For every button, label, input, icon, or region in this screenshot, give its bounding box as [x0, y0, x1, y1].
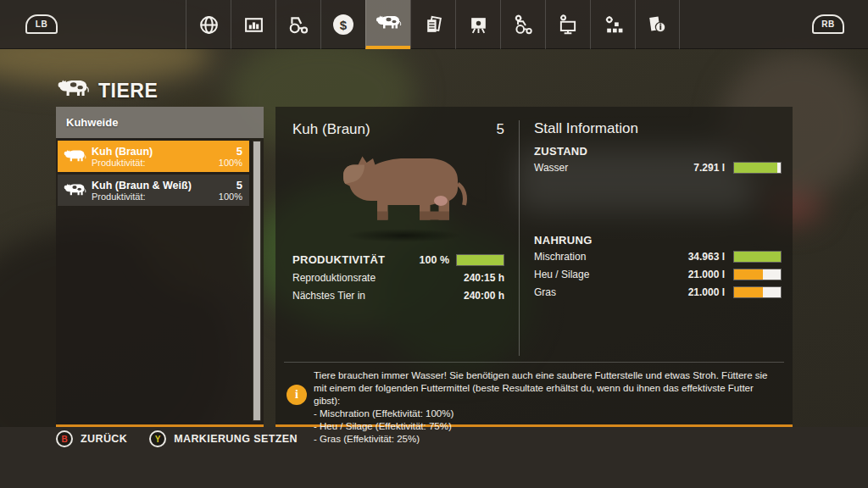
water-bar	[733, 162, 782, 174]
map-board-icon	[468, 14, 489, 36]
tab-help[interactable]	[635, 0, 680, 49]
row-value: 21.000 l	[623, 269, 725, 280]
tab-animals[interactable]	[365, 0, 410, 49]
animal-name: Kuh (Braun & Weiß)	[92, 180, 192, 191]
tab-statistics[interactable]	[231, 0, 275, 49]
contracts-icon	[423, 14, 444, 36]
productivity-value: 100%	[219, 191, 242, 202]
row-value: 240:00 h	[464, 290, 504, 302]
food-heading: NAHRUNG	[534, 234, 593, 247]
set-marker-button[interactable]: Y MARKIERUNG SETZEN	[149, 430, 298, 447]
list-item-kuh-braun-weiss[interactable]: Kuh (Braun & Weiß) 5 Produktivität: 100%	[58, 175, 249, 206]
row-label: Mischration	[534, 251, 623, 263]
help-info-icon	[647, 14, 668, 36]
tab-vehicle-service[interactable]	[500, 0, 545, 49]
button-hints: B ZURÜCK Y MARKIERUNG SETZEN	[56, 430, 298, 447]
info-icon: i	[287, 385, 307, 405]
animal-list: Kuh (Braun) 5 Produktivität: 100%	[56, 138, 264, 206]
row-label: Gras	[534, 286, 623, 298]
stall-info-title: Stall Information	[534, 120, 638, 137]
mixed-ration-row: Mischration 34.963 l	[534, 250, 782, 263]
cow-icon	[375, 14, 402, 32]
cow-shadow	[345, 229, 462, 242]
info-intro: Tiere brauchen immer Wasser! Sie benötig…	[314, 369, 779, 408]
detail-count: 5	[377, 121, 504, 138]
cow-icon	[56, 78, 90, 103]
productivity-bar	[456, 254, 504, 266]
animal-list-panel: Kuhweide Kuh (Braun) 5 Produktivität: 10	[56, 107, 264, 427]
info-item: - Gras (Effektivität: 25%)	[314, 433, 779, 446]
sidebar-scrollbar[interactable]	[253, 141, 261, 421]
tab-finances[interactable]: $	[320, 0, 365, 49]
tab-vehicles[interactable]	[275, 0, 320, 49]
productivity-label: Produktivität:	[92, 191, 146, 202]
grass-bar	[733, 286, 782, 298]
spotted-cow-icon	[63, 182, 92, 198]
tab-globe[interactable]	[186, 0, 231, 49]
hay-silage-row: Heu / Silage 21.000 l	[534, 268, 782, 280]
info-item: - Heu / Silage (Effektivität: 75%)	[314, 420, 779, 433]
back-label: ZURÜCK	[81, 433, 127, 445]
row-value: 7.291 l	[623, 162, 725, 174]
mixed-ration-bar	[733, 251, 782, 263]
vertical-divider	[519, 120, 520, 356]
row-label: Wasser	[534, 162, 623, 174]
productivity-label: Produktivität:	[92, 158, 146, 168]
productivity-value: 100%	[219, 158, 242, 168]
animal-detail-panel: Kuh (Braun) 5 PRODUKTIVITÄT 100 % Reprod…	[275, 107, 793, 427]
row-label: Heu / Silage	[534, 269, 623, 280]
row-value: 34.963 l	[623, 251, 725, 263]
right-bumper-hint[interactable]: RB	[812, 14, 844, 34]
brown-cow-image	[335, 147, 470, 237]
pasture-header: Kuhweide	[56, 107, 264, 138]
row-label: Reproduktionsrate	[292, 272, 376, 284]
tractor-icon	[287, 14, 309, 36]
water-row: Wasser 7.291 l	[534, 161, 782, 174]
tab-map-board[interactable]	[455, 0, 500, 49]
cow-preview	[335, 147, 470, 245]
dollar-coin-icon: $	[333, 14, 353, 35]
list-item-kuh-braun[interactable]: Kuh (Braun) 5 Produktivität: 100%	[58, 141, 249, 172]
page-title: TIERE	[56, 78, 158, 103]
globe-icon	[198, 14, 220, 36]
statistics-icon	[243, 14, 264, 36]
scrollbar-thumb[interactable]	[253, 141, 260, 420]
set-marker-label: MARKIERUNG SETZEN	[174, 433, 298, 445]
display-settings-icon	[557, 14, 579, 36]
info-item: - Mischration (Effektivität: 100%)	[314, 408, 779, 420]
game-settings-icon	[603, 14, 624, 36]
detail-title: Kuh (Braun)	[292, 121, 370, 138]
tab-game-settings[interactable]	[590, 0, 635, 49]
animal-count: 5	[236, 145, 242, 158]
vehicle-service-icon	[512, 14, 534, 36]
left-bumper-hint[interactable]: LB	[25, 14, 58, 34]
row-value: 21.000 l	[623, 286, 725, 298]
grass-row: Gras 21.000 l	[534, 286, 782, 298]
menu-tabs: $	[186, 0, 680, 49]
back-button[interactable]: B ZURÜCK	[56, 430, 127, 447]
hay-silage-bar	[733, 269, 782, 280]
feeding-info-box: i Tiere brauchen immer Wasser! Sie benöt…	[275, 363, 793, 424]
page-title-text: TIERE	[98, 80, 158, 103]
row-label: Nächstes Tier in	[292, 290, 365, 302]
animal-name: Kuh (Braun)	[92, 146, 153, 158]
condition-heading: ZUSTAND	[534, 145, 587, 158]
productivity-percent: 100 %	[369, 254, 449, 266]
cow-icon	[63, 148, 92, 164]
tab-display-settings[interactable]	[545, 0, 590, 49]
reproduction-rate-row: Reproduktionsrate 240:15 h	[292, 272, 504, 284]
game-screen: LB	[0, 0, 868, 488]
row-value: 240:15 h	[464, 272, 504, 284]
info-text: Tiere brauchen immer Wasser! Sie benötig…	[314, 369, 779, 446]
gamepad-b-icon: B	[56, 430, 73, 447]
gamepad-y-icon: Y	[149, 430, 166, 447]
top-menu-bar: LB	[0, 0, 868, 49]
tab-contracts[interactable]	[410, 0, 455, 49]
animal-count: 5	[236, 179, 242, 191]
next-animal-row: Nächstes Tier in 240:00 h	[292, 290, 504, 302]
